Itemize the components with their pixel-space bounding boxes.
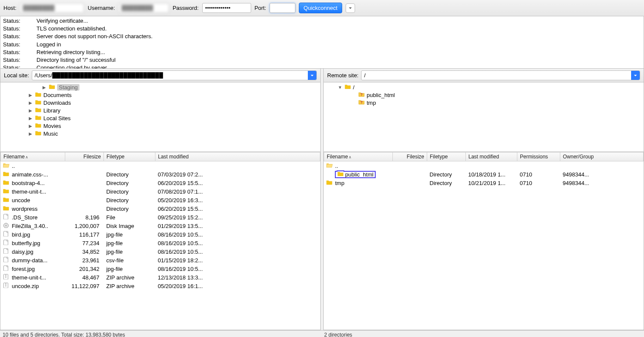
folder-icon: [35, 122, 42, 129]
chevron-down-icon: [633, 73, 638, 78]
local-pane: Local site: ▶Staging▶Documents▶Downloads…: [0, 69, 321, 330]
folder-icon: [35, 115, 42, 121]
tree-item[interactable]: ▶Staging: [0, 83, 320, 91]
port-input[interactable]: [270, 3, 295, 13]
local-tree[interactable]: ▶Staging▶Documents▶Downloads▶Library▶Loc…: [0, 82, 320, 152]
col-owner[interactable]: Owner/Group: [560, 152, 644, 161]
file-icon: [1, 170, 9, 179]
username-input[interactable]: [118, 3, 169, 13]
folder-icon: [35, 99, 42, 106]
col-filetype[interactable]: Filetype: [427, 152, 466, 161]
local-site-label: Local site:: [4, 72, 29, 79]
file-row[interactable]: bird.jpg 116,177 jpg-file 08/16/2019 10:…: [1, 230, 320, 239]
remote-site-label: Remote site:: [327, 72, 358, 79]
status-row: Status:Connection closed by server: [3, 64, 641, 69]
file-row[interactable]: dummy-data... 23,961 csv-file 01/15/2019…: [1, 256, 320, 264]
username-label: Username:: [88, 5, 115, 11]
local-status: 10 files and 5 directories. Total size: …: [3, 332, 320, 337]
col-filename[interactable]: Filename∧: [1, 152, 65, 161]
file-icon: [1, 273, 9, 282]
password-input[interactable]: [202, 3, 251, 13]
local-site-dropdown[interactable]: [308, 71, 316, 80]
status-log: Status:Verifying certificate...Status:TL…: [0, 16, 644, 69]
file-icon: [1, 161, 9, 170]
folder-icon: [35, 130, 42, 137]
file-icon: [1, 282, 9, 290]
remote-tree[interactable]: ▼/public_htmltmp: [324, 82, 644, 152]
remote-filelist[interactable]: Filename∧ Filesize Filetype Last modifie…: [324, 152, 644, 330]
folder-icon: [35, 107, 42, 114]
folder-icon: [358, 99, 365, 106]
quickconnect-history-button[interactable]: [346, 3, 355, 13]
tree-item[interactable]: ▶Music: [0, 130, 320, 137]
tree-item[interactable]: ▶Downloads: [0, 99, 320, 106]
file-row[interactable]: tmp Directory 10/21/2019 1...07109498344…: [324, 179, 644, 187]
folder-icon: [49, 84, 55, 91]
tree-item[interactable]: ▼/: [324, 83, 644, 91]
status-row: Status:Logged in: [3, 41, 641, 49]
port-label: Port:: [255, 5, 266, 11]
col-filesize[interactable]: Filesize: [65, 152, 104, 161]
file-icon: [1, 230, 9, 239]
col-filesize[interactable]: Filesize: [393, 152, 427, 161]
tree-item[interactable]: public_html: [324, 91, 644, 99]
local-site-input[interactable]: [32, 71, 308, 80]
file-row[interactable]: forest.jpg 201,342 jpg-file 08/16/2019 1…: [1, 264, 320, 273]
file-row[interactable]: butterfly.jpg 77,234 jpg-file 08/16/2019…: [1, 239, 320, 247]
file-icon: [1, 264, 9, 273]
file-row[interactable]: bootstrap-4... Directory 06/20/2019 15:5…: [1, 179, 320, 187]
local-site-combo[interactable]: [32, 70, 317, 80]
col-modified[interactable]: Last modified: [155, 152, 320, 161]
tree-item[interactable]: ▶Documents: [0, 91, 320, 99]
folder-icon: [35, 91, 42, 98]
remote-site-dropdown[interactable]: [631, 71, 640, 80]
connection-toolbar: Host: Username: Password: Port: Quickcon…: [0, 0, 644, 16]
remote-pane: Remote site: ▼/public_htmltmp Filename∧ …: [323, 69, 644, 330]
col-permissions[interactable]: Permissions: [517, 152, 560, 161]
password-label: Password:: [173, 5, 199, 11]
col-filetype[interactable]: Filetype: [104, 152, 155, 161]
status-row: Status:Server does not support non-ASCII…: [3, 33, 641, 40]
remote-status: 2 directories: [320, 332, 641, 337]
file-row[interactable]: public_html Directory 10/18/2019 1...071…: [324, 170, 644, 179]
status-bar: 10 files and 5 directories. Total size: …: [0, 330, 644, 337]
file-row[interactable]: theme-unit-t... 48,467 ZIP archive 12/13…: [1, 273, 320, 282]
file-row[interactable]: theme-unit-t... Directory 07/08/2019 07:…: [1, 187, 320, 196]
status-row: Status:TLS connection established.: [3, 25, 641, 33]
status-row: Status:Verifying certificate...: [3, 17, 641, 25]
file-row[interactable]: ..: [1, 161, 320, 170]
remote-site-input[interactable]: [361, 71, 631, 80]
file-row[interactable]: daisy.jpg 34,852 jpg-file 08/16/2019 10:…: [1, 247, 320, 256]
file-row[interactable]: FileZilla_3.40.. 1,200,007 Disk Image 01…: [1, 222, 320, 230]
col-modified[interactable]: Last modified: [466, 152, 517, 161]
file-icon: [1, 256, 9, 264]
host-input[interactable]: [20, 3, 84, 13]
status-row: Status:Directory listing of "/" successf…: [3, 56, 641, 64]
local-filelist[interactable]: Filename∧ Filesize Filetype Last modifie…: [0, 152, 320, 330]
tree-item[interactable]: ▶Local Sites: [0, 114, 320, 122]
folder-icon: [358, 91, 365, 98]
chevron-down-icon: [348, 6, 352, 10]
remote-site-bar: Remote site:: [324, 69, 644, 82]
file-row[interactable]: uncode Directory 05/20/2019 16:3...: [1, 196, 320, 204]
file-icon: [1, 196, 9, 204]
file-row[interactable]: wordpress Directory 06/20/2019 15:5...: [1, 204, 320, 213]
file-icon: [1, 179, 9, 187]
remote-site-combo[interactable]: [361, 70, 640, 80]
file-icon: [1, 239, 9, 247]
file-icon: [1, 204, 9, 213]
local-site-bar: Local site:: [0, 69, 320, 82]
tree-item[interactable]: ▶Movies: [0, 122, 320, 130]
file-icon: [1, 187, 9, 196]
file-row[interactable]: uncode.zip 11,122,097 ZIP archive 05/20/…: [1, 282, 320, 290]
file-row[interactable]: ..: [324, 161, 644, 170]
tree-item[interactable]: tmp: [324, 99, 644, 106]
file-icon: [1, 247, 9, 256]
tree-item[interactable]: ▶Library: [0, 106, 320, 114]
file-icon: [324, 170, 333, 179]
file-row[interactable]: animate.css-... Directory 07/03/2019 07:…: [1, 170, 320, 179]
col-filename[interactable]: Filename∧: [324, 152, 393, 161]
file-row[interactable]: .DS_Store 8,196 File 09/25/2019 15:2...: [1, 213, 320, 222]
host-label: Host:: [3, 5, 16, 11]
quickconnect-button[interactable]: Quickconnect: [299, 3, 342, 13]
